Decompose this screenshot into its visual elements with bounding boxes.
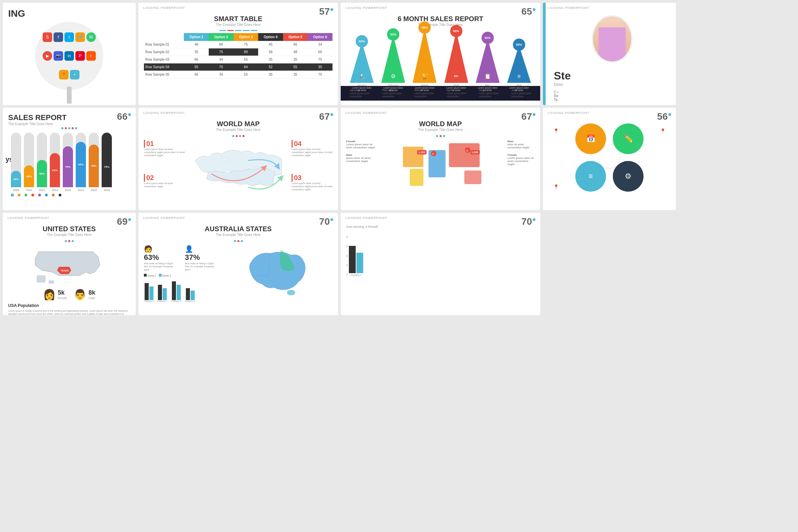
- male-icon: 👨: [74, 289, 86, 300]
- month-january: 50% 🔬 January Lorem ipsum dolor sit amet: [350, 42, 374, 91]
- month-icon: 🏆: [421, 73, 428, 79]
- month-label: March: [421, 84, 428, 87]
- year-2015: 2015: [89, 189, 99, 192]
- loading-tag: LOADING POWERPOINT: [548, 6, 590, 10]
- legend-female-right: FemaleLorem ipsum dolor sit amet consect…: [507, 153, 535, 166]
- percent-badge: 50%: [387, 28, 399, 41]
- month-march: 50% 🏆 March Lorem ipsum dolor sit amet: [413, 28, 437, 91]
- bar-2011: 50%: [37, 133, 47, 187]
- slide-56-partial: LOADING POWERPOINT 56 📅 ✏️ ≡ ⚙: [543, 108, 676, 210]
- month-label: January: [357, 84, 367, 87]
- series1-legend: [144, 274, 147, 277]
- slide-number: 67: [319, 111, 333, 122]
- month-desc: Lorem ipsum dolor sit amet: [446, 87, 467, 91]
- petal-chart: 📅 ✏️ ≡ ⚙: [572, 120, 647, 195]
- slide-sales-chart: 66 SALES REPORT The Example Title Goes H…: [3, 108, 136, 210]
- col-option2: Option 2: [209, 33, 234, 41]
- dots-divider: [144, 240, 332, 242]
- month-desc: Lorem ipsum dolor sit amet: [509, 87, 529, 91]
- dots-divider: [8, 127, 130, 129]
- petal-green: ✏️: [613, 123, 644, 154]
- colored-dots-map: 1 1: [380, 140, 505, 194]
- male-value: 8k: [88, 289, 95, 296]
- legend-female-left: FemaleLorem ipsum dolor sit amet consect…: [346, 140, 377, 149]
- world-map-svg: [188, 140, 288, 201]
- loading-tag: LOADING POWERPOINT: [8, 216, 49, 220]
- loading-tag: LOADING POWERPOINT: [345, 6, 387, 10]
- slide-number: 70: [319, 216, 333, 227]
- year-labels: 2009 2010 2011 2012 2013 2014 2015 2016: [8, 189, 130, 192]
- point-03: 03 Lorem ipsum dolor sit amet consectetu…: [292, 174, 332, 191]
- table-row: Row Sample 03 663455353575: [144, 56, 332, 63]
- aus-layout: 🧑 63% Also male air biting is Signs firs…: [144, 245, 332, 305]
- bar-s1-cat3: [172, 281, 176, 300]
- social-icon-twitter: t: [64, 32, 74, 42]
- col-option4: Option 4: [258, 33, 283, 41]
- aus-left: 🧑 63% Also male air biting is Signs firs…: [144, 245, 219, 305]
- svg-rect-3: [410, 169, 424, 186]
- social-icon-location: 📍: [59, 70, 69, 79]
- calendar-icon: 📅: [586, 134, 595, 143]
- bar-teal-1: [356, 253, 363, 273]
- aus-bars: Category 1 Category 2: [144, 278, 219, 302]
- population-title: USA Population: [8, 303, 130, 308]
- slide-subtitle: The Example Title Goes Here: [144, 233, 332, 237]
- svg-text:1: 1: [467, 149, 468, 152]
- month-desc: Lorem ipsum dolor sit amet: [414, 87, 435, 91]
- world-map-layout: 01 Lorem ipsum dolor sit amet consectetu…: [144, 140, 332, 201]
- left-legend: FemaleLorem ipsum dolor sit amet consect…: [346, 140, 377, 194]
- tree-trunk: [67, 87, 72, 104]
- social-icon-stumbleupon: S: [43, 32, 52, 42]
- population-text: Lorem ipsum is simply a dummy text of th…: [8, 309, 130, 315]
- world-map-visual: [188, 140, 288, 201]
- bar-chart: 30% 40% 50%: [8, 133, 130, 187]
- month-label: February: [388, 84, 399, 87]
- colored-map-container: 1 1 1,306 1,306: [380, 140, 505, 194]
- social-icon-instagram: 📷: [54, 51, 63, 61]
- month-june: 50% ≡ June Lorem ipsum dolor sit amet: [507, 45, 531, 91]
- petal-dark: ⚙: [613, 161, 644, 192]
- year-2010: 2010: [24, 189, 34, 192]
- bar-2012: 63%: [50, 133, 60, 187]
- slide-number: 57: [319, 6, 333, 17]
- slide-subtitle: The Example Title Goes Here: [144, 128, 332, 132]
- layers-icon: ≡: [589, 172, 593, 181]
- percent-badge: 50%: [356, 35, 368, 47]
- social-icon-extra: +: [70, 70, 79, 79]
- loading-tag: LOADING POWERPOINT: [548, 111, 590, 115]
- year-2013: 2013: [63, 189, 73, 192]
- y6: 6: [346, 235, 348, 238]
- bar-2009: 30%: [11, 133, 21, 187]
- tree-visual: S f t 🔗 W ▶ 📷 in P r 📍 +: [8, 22, 130, 104]
- aus-map-visual: [222, 245, 332, 305]
- aus-bar-chart: Series 1 Series 2 Category 1: [144, 274, 219, 305]
- bar-2016: 75%: [102, 133, 112, 187]
- col-option6: Option 6: [308, 33, 332, 41]
- loading-tag: LOADING POWERPOINT: [143, 6, 185, 10]
- petal-orange: 📅: [575, 123, 606, 154]
- legend-blue: [45, 194, 48, 196]
- map-pin-2: 📍: [660, 128, 666, 134]
- bar-s1-cat2: [158, 285, 162, 300]
- percent-badge: 50%: [418, 21, 431, 34]
- month-desc: Lorem ipsum dolor sit amet: [477, 87, 498, 91]
- us-map-svg: TEXAS: [32, 245, 107, 286]
- slide-world-map-1: LOADING POWERPOINT 67 WORLD MAP The Exam…: [138, 108, 338, 210]
- month-february: 50% ⚙ February Lorem ipsum dolor sit ame…: [381, 35, 405, 91]
- svg-text:TEXAS: TEXAS: [61, 269, 69, 272]
- cat1-label: Category 1: [144, 300, 154, 302]
- chart-legend: Series 1 Series 2: [144, 274, 219, 277]
- svg-rect-0: [403, 147, 424, 167]
- slide-6month-sales: LOADING POWERPOINT 65 6 MONTH SALES REPO…: [341, 3, 540, 105]
- bar-2015: 78%: [89, 133, 99, 187]
- petal-blue: ≡: [575, 161, 606, 192]
- slide-title: 6 MONTH SALES REPORT: [346, 15, 535, 23]
- x-label-1: Category 1: [351, 274, 361, 276]
- slide-profile: LOADING POWERPOINT Ste Direc C r Re Ta: [543, 3, 676, 105]
- cat4-label: Category 4: [184, 300, 196, 302]
- social-icon-whatsapp: W: [86, 32, 96, 42]
- legend-red: [31, 194, 34, 196]
- slide-subtitle: The Example Title Goes Here: [346, 128, 535, 132]
- svg-rect-11: [49, 281, 54, 283]
- smart-table: Option 1 Option 2 Option 3 Option 4 Opti…: [144, 33, 332, 78]
